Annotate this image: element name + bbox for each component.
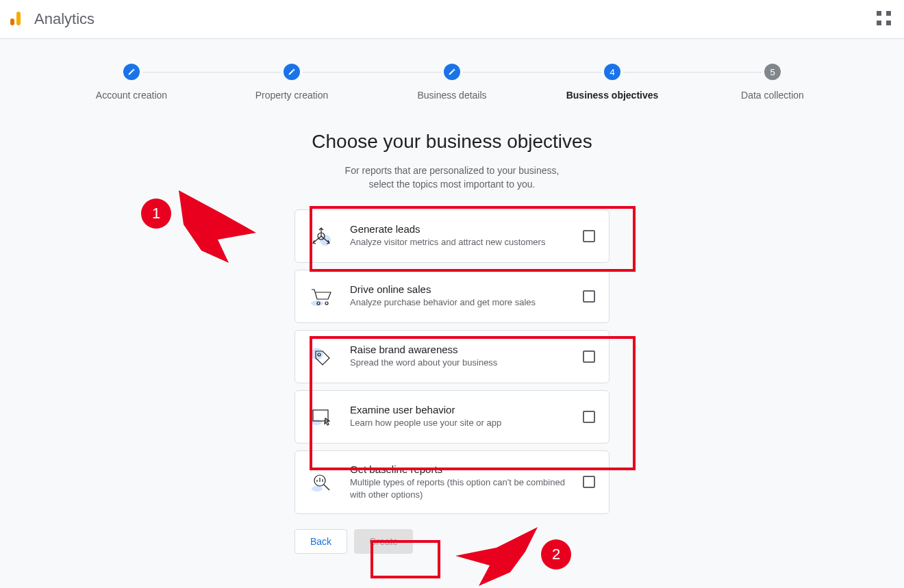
card-title: Raise brand awareness — [350, 344, 568, 355]
step-label: Data collection — [741, 90, 804, 101]
app-title: Analytics — [34, 10, 95, 28]
step-property-creation[interactable]: Property creation — [212, 64, 372, 101]
card-desc: Multiple types of reports (this option c… — [350, 476, 568, 501]
card-text: Examine user behavior Learn how people u… — [350, 404, 568, 429]
card-title: Drive online sales — [350, 283, 568, 295]
pencil-icon — [444, 64, 460, 80]
card-text: Generate leads Analyze visitor metrics a… — [350, 223, 568, 248]
stepper: Account creation Property creation Busin… — [0, 39, 904, 101]
card-title: Examine user behavior — [350, 404, 568, 416]
checkbox[interactable] — [583, 230, 595, 242]
step-account-creation[interactable]: Account creation — [51, 64, 212, 101]
pencil-icon — [284, 64, 300, 80]
objective-cards: Generate leads Analyze visitor metrics a… — [294, 209, 610, 514]
create-button[interactable]: Create — [354, 529, 413, 554]
step-label: Business objectives — [566, 90, 659, 101]
step-label: Business details — [417, 90, 486, 101]
svg-point-6 — [325, 302, 328, 305]
card-desc: Analyze purchase behavior and get more s… — [350, 296, 568, 309]
button-row: Back Create — [294, 529, 610, 554]
card-examine-user-behavior[interactable]: Examine user behavior Learn how people u… — [294, 390, 610, 444]
svg-rect-0 — [10, 18, 14, 25]
svg-point-7 — [311, 348, 323, 360]
checkbox[interactable] — [583, 476, 595, 488]
topbar: Analytics — [0, 0, 904, 39]
card-desc: Analyze visitor metrics and attract new … — [350, 236, 568, 248]
checkbox[interactable] — [583, 290, 595, 303]
card-text: Get baseline reports Multiple types of r… — [350, 463, 568, 501]
brand: Analytics — [7, 8, 95, 31]
card-raise-brand-awareness[interactable]: Raise brand awareness Spread the word ab… — [294, 330, 610, 383]
card-title: Get baseline reports — [350, 463, 568, 475]
card-desc: Spread the word about your business — [350, 357, 568, 369]
svg-point-9 — [311, 420, 322, 425]
checkbox[interactable] — [583, 350, 595, 363]
step-number: 5 — [764, 64, 781, 80]
card-generate-leads[interactable]: Generate leads Analyze visitor metrics a… — [294, 209, 610, 263]
page-subheading: For reports that are personalized to you… — [345, 164, 560, 192]
card-title: Generate leads — [350, 223, 568, 235]
card-drive-online-sales[interactable]: Drive online sales Analyze purchase beha… — [294, 270, 610, 323]
screen-cursor-icon — [307, 403, 335, 431]
step-label: Property creation — [255, 90, 329, 101]
card-desc: Learn how people use your site or app — [350, 417, 568, 429]
analytics-logo-icon — [7, 8, 26, 31]
card-get-baseline-reports[interactable]: Get baseline reports Multiple types of r… — [294, 450, 610, 514]
pencil-icon — [123, 64, 140, 80]
step-data-collection: 5 Data collection — [692, 64, 853, 101]
card-text: Raise brand awareness Spread the word ab… — [350, 344, 568, 369]
back-button[interactable]: Back — [294, 529, 347, 554]
step-label: Account creation — [96, 90, 167, 101]
tag-icon — [307, 343, 335, 370]
cart-icon — [307, 283, 335, 310]
svg-rect-1 — [16, 12, 21, 25]
apps-icon[interactable] — [877, 11, 893, 27]
step-business-objectives[interactable]: 4 Business objectives — [532, 64, 692, 101]
card-text: Drive online sales Analyze purchase beha… — [350, 283, 568, 309]
step-number: 4 — [604, 64, 620, 80]
leads-icon — [307, 222, 335, 250]
svg-point-11 — [312, 486, 323, 491]
step-business-details[interactable]: Business details — [372, 64, 532, 101]
svg-rect-10 — [313, 410, 328, 421]
content: Choose your business objectives For repo… — [0, 101, 904, 554]
checkbox[interactable] — [583, 411, 595, 423]
page-heading: Choose your business objectives — [312, 131, 592, 153]
report-magnify-icon — [307, 468, 335, 496]
